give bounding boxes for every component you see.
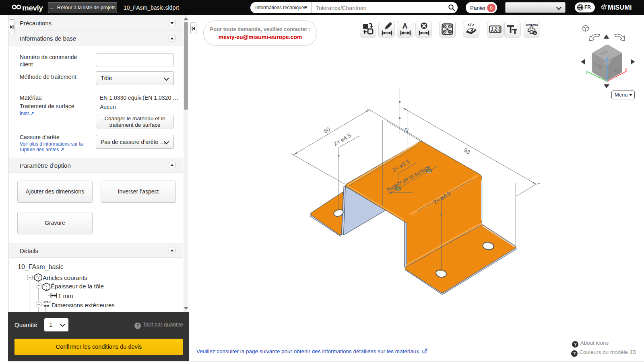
svg-text:x: x — [625, 67, 627, 72]
svg-text:y: y — [586, 69, 588, 74]
svg-text:XYZ: XYZ — [43, 300, 51, 304]
svg-text:z: z — [605, 56, 608, 61]
svg-text:meviy: meviy — [22, 4, 43, 12]
svg-text:98: 98 — [462, 147, 471, 156]
svg-text:MiSUMi: MiSUMi — [608, 4, 632, 11]
svg-text:2× ⌀4.5: 2× ⌀4.5 — [332, 132, 353, 147]
